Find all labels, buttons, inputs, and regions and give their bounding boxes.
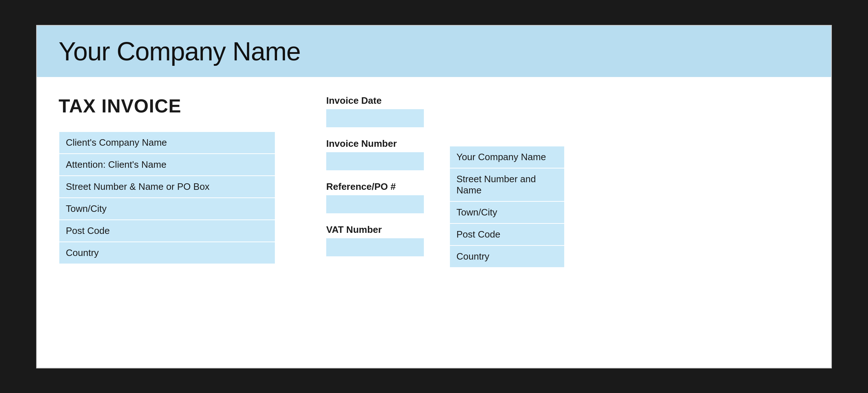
client-field-1[interactable]: Attention: Client's Name — [59, 154, 275, 176]
company-field-0[interactable]: Your Company Name — [450, 146, 565, 168]
client-field-row: Client's Company Name — [59, 132, 275, 154]
reference-po-label: Reference/PO # — [326, 181, 427, 192]
header-banner: Your Company Name — [37, 26, 831, 77]
company-field-4[interactable]: Country — [450, 245, 565, 268]
spacer — [449, 95, 565, 146]
company-field-1[interactable]: Street Number and Name — [450, 168, 565, 201]
invoice-field-group-invoice-number: Invoice Number — [326, 138, 427, 170]
company-field-row: Street Number and Name — [450, 168, 565, 201]
client-fields-table: Client's Company NameAttention: Client's… — [59, 131, 276, 264]
invoice-number-input[interactable] — [326, 152, 424, 170]
invoice-number-label: Invoice Number — [326, 138, 427, 149]
left-section: TAX INVOICE Client's Company NameAttenti… — [59, 95, 276, 268]
invoice-field-group-invoice-date: Invoice Date — [326, 95, 427, 127]
company-field-row: Post Code — [450, 223, 565, 245]
company-field-3[interactable]: Post Code — [450, 223, 565, 245]
company-field-row: Town/City — [450, 201, 565, 223]
client-field-5[interactable]: Country — [59, 242, 275, 264]
client-field-row: Attention: Client's Name — [59, 154, 275, 176]
client-field-3[interactable]: Town/City — [59, 198, 275, 220]
middle-section: Invoice DateInvoice NumberReference/PO #… — [326, 95, 427, 268]
company-field-row: Country — [450, 245, 565, 268]
vat-number-label: VAT Number — [326, 224, 427, 235]
client-field-row: Post Code — [59, 220, 275, 242]
company-field-row: Your Company Name — [450, 146, 565, 168]
client-field-0[interactable]: Client's Company Name — [59, 132, 275, 154]
invoice-title: TAX INVOICE — [59, 95, 276, 117]
invoice-page: Your Company Name TAX INVOICE Client's C… — [36, 25, 832, 368]
invoice-field-group-reference-po: Reference/PO # — [326, 181, 427, 213]
company-fields-table: Your Company NameStreet Number and NameT… — [449, 146, 565, 268]
content-area: TAX INVOICE Client's Company NameAttenti… — [37, 77, 831, 286]
right-section: Your Company NameStreet Number and NameT… — [449, 95, 565, 268]
client-field-2[interactable]: Street Number & Name or PO Box — [59, 176, 275, 198]
reference-po-input[interactable] — [326, 195, 424, 213]
client-field-4[interactable]: Post Code — [59, 220, 275, 242]
client-field-row: Country — [59, 242, 275, 264]
client-field-row: Street Number & Name or PO Box — [59, 176, 275, 198]
client-field-row: Town/City — [59, 198, 275, 220]
vat-number-input[interactable] — [326, 238, 424, 256]
invoice-date-input[interactable] — [326, 109, 424, 127]
invoice-date-label: Invoice Date — [326, 95, 427, 106]
company-name-header: Your Company Name — [59, 37, 809, 66]
invoice-field-group-vat-number: VAT Number — [326, 224, 427, 256]
company-field-2[interactable]: Town/City — [450, 201, 565, 223]
